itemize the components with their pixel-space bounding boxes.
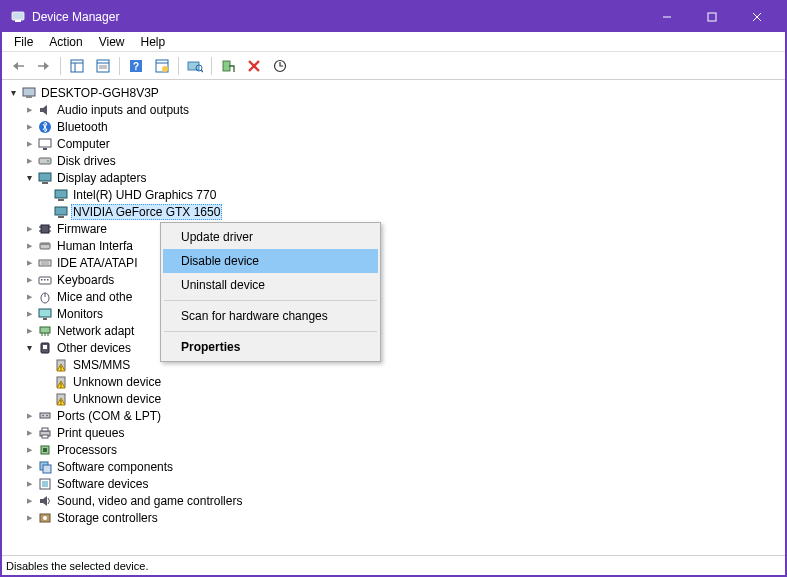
update-driver-button[interactable]: [268, 55, 292, 77]
expander-icon[interactable]: [22, 443, 36, 457]
tree-device-unknown-2[interactable]: ! Unknown device: [2, 390, 785, 407]
expander-icon[interactable]: [22, 324, 36, 338]
display-adapter-icon: [53, 187, 69, 203]
tree-category-firmware[interactable]: Firmware: [2, 220, 785, 237]
menu-file[interactable]: File: [6, 33, 41, 51]
expander-icon[interactable]: [22, 103, 36, 117]
minimize-button[interactable]: [644, 2, 689, 32]
tree-device-intel-uhd[interactable]: Intel(R) UHD Graphics 770: [2, 186, 785, 203]
titlebar: Device Manager: [2, 2, 785, 32]
expander-icon[interactable]: [22, 120, 36, 134]
svg-point-19: [162, 66, 168, 72]
svg-rect-53: [47, 279, 49, 281]
tree-device-unknown-1[interactable]: ! Unknown device: [2, 373, 785, 390]
close-button[interactable]: [734, 2, 779, 32]
tree-category-bluetooth[interactable]: Bluetooth: [2, 118, 785, 135]
tree-category-ports[interactable]: Ports (COM & LPT): [2, 407, 785, 424]
tree-category-computer[interactable]: Computer: [2, 135, 785, 152]
uninstall-device-button[interactable]: [242, 55, 266, 77]
printer-icon: [37, 425, 53, 441]
software-component-icon: [37, 459, 53, 475]
window-title: Device Manager: [32, 10, 644, 24]
expander-icon[interactable]: [22, 511, 36, 525]
node-label: Software components: [55, 460, 175, 474]
scan-hardware-button[interactable]: [183, 55, 207, 77]
tree-category-storage[interactable]: Storage controllers: [2, 509, 785, 526]
tree-category-disk[interactable]: Disk drives: [2, 152, 785, 169]
node-label: Software devices: [55, 477, 150, 491]
window-controls: [644, 2, 779, 32]
svg-rect-75: [42, 435, 48, 438]
svg-rect-79: [43, 465, 51, 473]
expander-icon[interactable]: [22, 137, 36, 151]
device-tree[interactable]: DESKTOP-GGH8V3P Audio inputs and outputs…: [2, 80, 785, 555]
expander-icon: [38, 205, 52, 219]
expander-icon: [38, 358, 52, 372]
expander-icon[interactable]: [22, 290, 36, 304]
action-button[interactable]: [150, 55, 174, 77]
tree-category-display[interactable]: Display adapters: [2, 169, 785, 186]
tree-device-sms-mms[interactable]: ! SMS/MMS: [2, 356, 785, 373]
tree-root[interactable]: DESKTOP-GGH8V3P: [2, 84, 785, 101]
menu-help[interactable]: Help: [133, 33, 174, 51]
svg-point-83: [43, 516, 47, 520]
tree-category-printq[interactable]: Print queues: [2, 424, 785, 441]
toolbar-separator: [60, 57, 61, 75]
ctx-properties[interactable]: Properties: [163, 335, 378, 359]
expander-icon[interactable]: [22, 256, 36, 270]
tree-category-monitors[interactable]: Monitors: [2, 305, 785, 322]
svg-line-22: [201, 70, 203, 72]
help-button[interactable]: ?: [124, 55, 148, 77]
toolbar-separator: [119, 57, 120, 75]
tree-category-audio[interactable]: Audio inputs and outputs: [2, 101, 785, 118]
expander-icon[interactable]: [22, 154, 36, 168]
expander-icon[interactable]: [22, 222, 36, 236]
ctx-update-driver[interactable]: Update driver: [163, 225, 378, 249]
ctx-separator: [164, 300, 377, 301]
tree-category-mice[interactable]: Mice and othe: [2, 288, 785, 305]
tree-category-hid[interactable]: Human Interfa: [2, 237, 785, 254]
expander-icon[interactable]: [22, 494, 36, 508]
expander-icon[interactable]: [22, 409, 36, 423]
tree-category-keyboards[interactable]: Keyboards: [2, 271, 785, 288]
svg-text:!: !: [60, 398, 62, 405]
ctx-disable-device[interactable]: Disable device: [163, 249, 378, 273]
tree-category-swcomp[interactable]: Software components: [2, 458, 785, 475]
ports-icon: [37, 408, 53, 424]
ctx-scan-hardware[interactable]: Scan for hardware changes: [163, 304, 378, 328]
svg-rect-31: [43, 148, 47, 150]
ctx-uninstall-device[interactable]: Uninstall device: [163, 273, 378, 297]
warning-device-icon: !: [53, 374, 69, 390]
enable-device-button[interactable]: [216, 55, 240, 77]
properties-button[interactable]: [91, 55, 115, 77]
node-label: Unknown device: [71, 375, 163, 389]
node-label: Keyboards: [55, 273, 116, 287]
menu-action[interactable]: Action: [41, 33, 90, 51]
expander-icon[interactable]: [6, 86, 20, 100]
expander-icon[interactable]: [22, 239, 36, 253]
expander-icon[interactable]: [22, 171, 36, 185]
tree-category-network[interactable]: Network adapt: [2, 322, 785, 339]
tree-device-nvidia-gtx[interactable]: NVIDIA GeForce GTX 1650: [2, 203, 785, 220]
menu-view[interactable]: View: [91, 33, 133, 51]
expander-icon[interactable]: [22, 307, 36, 321]
maximize-button[interactable]: [689, 2, 734, 32]
expander-icon[interactable]: [22, 460, 36, 474]
expander-icon[interactable]: [22, 341, 36, 355]
svg-rect-56: [39, 309, 51, 317]
tree-category-other[interactable]: Other devices: [2, 339, 785, 356]
svg-rect-58: [40, 327, 50, 333]
expander-icon[interactable]: [22, 477, 36, 491]
tree-category-sound[interactable]: Sound, video and game controllers: [2, 492, 785, 509]
tree-category-processors[interactable]: Processors: [2, 441, 785, 458]
tree-category-ide[interactable]: IDE ATA/ATAPI: [2, 254, 785, 271]
tree-category-swdev[interactable]: Software devices: [2, 475, 785, 492]
forward-button[interactable]: [32, 55, 56, 77]
expander-icon[interactable]: [22, 273, 36, 287]
expander-icon[interactable]: [22, 426, 36, 440]
back-button[interactable]: [6, 55, 30, 77]
show-hide-tree-button[interactable]: [65, 55, 89, 77]
disk-icon: [37, 153, 53, 169]
node-label: Network adapt: [55, 324, 136, 338]
node-label: Intel(R) UHD Graphics 770: [71, 188, 218, 202]
